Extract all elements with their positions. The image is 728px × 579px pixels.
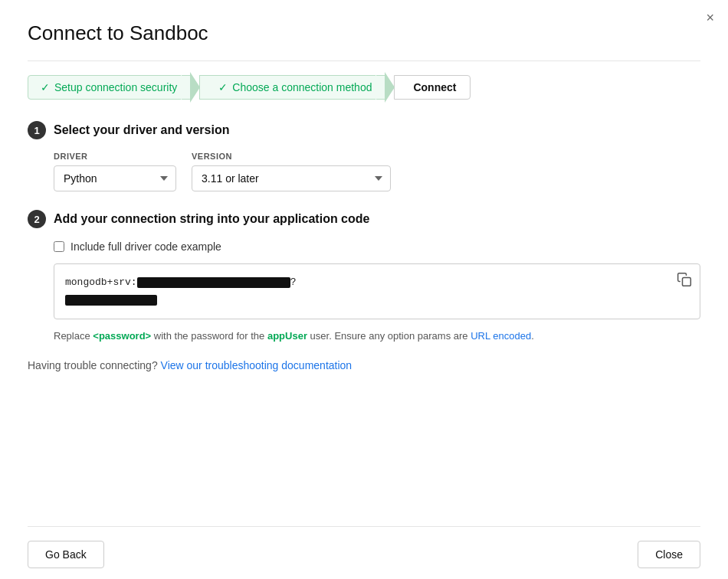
breadcrumb-step-choose[interactable]: ✓ Choose a connection method	[199, 75, 386, 100]
code-suffix: ?	[290, 276, 297, 288]
copy-button[interactable]	[677, 272, 692, 291]
version-field: VERSION 3.11 or later 3.6 or later 2.x	[192, 152, 391, 191]
help-mid: with the password for the	[151, 330, 267, 342]
breadcrumb-step-connect-label: Connect	[413, 81, 456, 93]
breadcrumb-step-setup-label: Setup connection security	[54, 81, 177, 93]
driver-field: DRIVER Python Node.js Java C# PHP	[54, 152, 176, 191]
url-encoded-link[interactable]: URL encoded	[471, 330, 531, 342]
code-prefix: mongodb+srv:	[65, 276, 137, 288]
version-select[interactable]: 3.11 or later 3.6 or later 2.x	[192, 165, 391, 191]
breadcrumb: ✓ Setup connection security ✓ Choose a c…	[0, 61, 728, 113]
help-period: .	[531, 330, 534, 342]
driver-label: DRIVER	[54, 152, 176, 161]
version-label: VERSION	[192, 152, 391, 161]
include-driver-checkbox[interactable]	[54, 241, 64, 252]
main-content: 1 Select your driver and version DRIVER …	[0, 113, 728, 397]
check-icon-choose: ✓	[218, 81, 228, 93]
help-suffix: user. Ensure any option params are	[307, 330, 471, 342]
close-icon[interactable]: ×	[706, 11, 714, 25]
code-redacted-2	[65, 295, 157, 306]
help-text: Replace <password> with the password for…	[54, 329, 700, 344]
section1-title: Select your driver and version	[54, 123, 229, 137]
footer: Go Back Close	[0, 530, 728, 579]
footer-divider	[28, 526, 700, 527]
copy-icon	[677, 272, 692, 287]
dialog-title: Connect to Sandboc	[0, 0, 728, 61]
section2-header: 2 Add your connection string into your a…	[28, 210, 700, 228]
go-back-button[interactable]: Go Back	[28, 541, 104, 568]
troubleshooting-link[interactable]: View our troubleshooting documentation	[161, 359, 353, 371]
breadcrumb-step-setup[interactable]: ✓ Setup connection security	[28, 75, 192, 100]
section-driver: 1 Select your driver and version DRIVER …	[28, 121, 700, 191]
section1-number: 1	[28, 121, 46, 139]
close-button[interactable]: Close	[638, 541, 700, 568]
trouble-prefix: Having trouble connecting?	[28, 359, 158, 371]
breadcrumb-step-choose-label: Choose a connection method	[232, 81, 372, 93]
section2-number: 2	[28, 210, 46, 228]
section1-header: 1 Select your driver and version	[28, 121, 700, 139]
section2-title: Add your connection string into your app…	[54, 212, 369, 226]
help-prefix: Replace	[54, 330, 93, 342]
section-connection-string: 2 Add your connection string into your a…	[28, 210, 700, 371]
dialog: × Connect to Sandboc ✓ Setup connection …	[0, 0, 728, 579]
trouble-text: Having trouble connecting? View our trou…	[28, 359, 700, 371]
svg-rect-0	[683, 278, 691, 286]
help-password: <password>	[93, 330, 151, 342]
form-row-driver: DRIVER Python Node.js Java C# PHP VERSIO…	[54, 152, 700, 191]
check-icon-setup: ✓	[41, 81, 50, 93]
include-driver-label[interactable]: Include full driver code example	[71, 240, 221, 253]
code-line1: mongodb+srv:?	[65, 275, 661, 290]
code-line2	[65, 293, 661, 309]
connection-string-block: mongodb+srv:?	[54, 263, 700, 319]
code-redacted-1	[137, 277, 290, 288]
driver-select[interactable]: Python Node.js Java C# PHP	[54, 165, 176, 191]
checkbox-row: Include full driver code example	[54, 240, 700, 253]
breadcrumb-step-connect[interactable]: Connect	[394, 75, 471, 100]
help-appuser: appUser	[267, 330, 307, 342]
